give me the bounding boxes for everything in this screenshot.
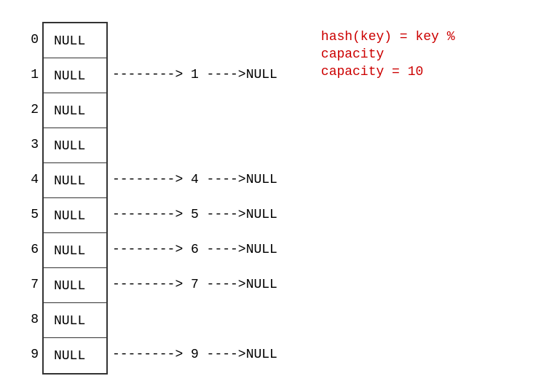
row-index-4: 4: [22, 162, 42, 197]
hash-table: NULLNULLNULLNULLNULLNULLNULLNULLNULLNULL: [42, 22, 108, 375]
row-index-2: 2: [22, 92, 42, 127]
row-index-8: 8: [22, 302, 42, 337]
main-container: 0123456789 NULLNULLNULLNULLNULLNULLNULLN…: [0, 0, 536, 392]
chain-3: [108, 127, 277, 162]
cell-value-1: NULL: [44, 58, 106, 93]
chain-4: --------> 4 ---->NULL: [108, 162, 277, 197]
chain-6: --------> 6 ---->NULL: [108, 232, 277, 267]
annotation-line2: capacity: [321, 47, 455, 61]
annotation-line1: hash(key) = key %: [321, 29, 455, 44]
chain-8: [108, 302, 277, 337]
annotation-line3: capacity = 10: [321, 64, 455, 79]
cell-value-5: NULL: [44, 198, 106, 233]
chain-2: [108, 92, 277, 127]
row-index-6: 6: [22, 232, 42, 267]
cell-value-7: NULL: [44, 268, 106, 303]
cell-value-9: NULL: [44, 338, 106, 373]
cell-value-2: NULL: [44, 93, 106, 128]
chain-0: [108, 22, 277, 57]
cell-value-4: NULL: [44, 163, 106, 198]
cell-value-8: NULL: [44, 303, 106, 338]
cell-value-3: NULL: [44, 128, 106, 163]
row-index-3: 3: [22, 127, 42, 162]
chain-9: --------> 9 ---->NULL: [108, 337, 277, 372]
chain-1: --------> 1 ---->NULL: [108, 57, 277, 92]
row-index-0: 0: [22, 22, 42, 57]
row-index-9: 9: [22, 337, 42, 372]
chain-5: --------> 5 ---->NULL: [108, 197, 277, 232]
cell-value-6: NULL: [44, 233, 106, 268]
annotation-panel: hash(key) = key % capacity capacity = 10: [321, 29, 455, 377]
row-index-7: 7: [22, 267, 42, 302]
row-index-5: 5: [22, 197, 42, 232]
row-index-1: 1: [22, 57, 42, 92]
chain-7: --------> 7 ---->NULL: [108, 267, 277, 302]
cell-value-0: NULL: [44, 23, 106, 58]
